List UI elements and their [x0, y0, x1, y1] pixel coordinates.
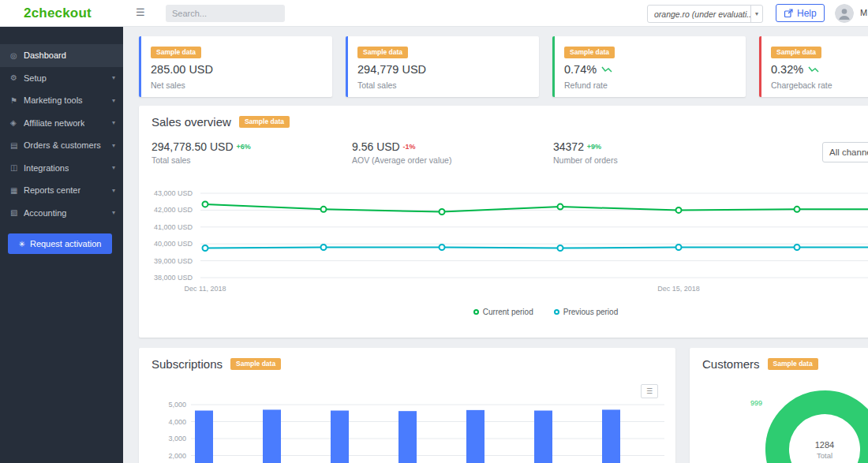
legend-item-previous-period[interactable]: Previous period — [554, 308, 618, 316]
orders-customers-icon: ▤ — [10, 141, 24, 150]
sidebar-item-dashboard[interactable]: ◎Dashboard — [0, 44, 123, 67]
kpi-card-net-sales: Sample data285.00 USDNet sales — [139, 36, 332, 97]
stat-label: Total sales — [152, 155, 251, 165]
svg-text:39,000 USD: 39,000 USD — [154, 257, 193, 265]
stat-label: AOV (Average order value) — [352, 155, 451, 165]
sample-data-badge: Sample data — [771, 47, 821, 58]
help-button-label: Help — [797, 8, 817, 19]
subscriptions-title: Subscriptions — [152, 357, 223, 371]
kpi-label: Chargeback rate — [771, 80, 868, 90]
kpi-label: Total sales — [357, 80, 529, 90]
sales-line-chart: 43,000 USD42,000 USD41,000 USD40,000 USD… — [152, 187, 868, 297]
chevron-down-icon: ▾ — [112, 209, 115, 216]
legend-item-current-period[interactable]: Current period — [473, 308, 533, 316]
chevron-down-icon: ▾ — [112, 187, 115, 194]
sidebar-item-accounting[interactable]: ▧Accounting▾ — [0, 202, 123, 225]
chart-legend: Current periodPrevious period — [139, 308, 868, 316]
customers-title: Customers — [702, 357, 760, 371]
svg-text:2,000: 2,000 — [168, 452, 186, 460]
help-button[interactable]: Help — [776, 4, 825, 22]
subscriptions-header: Subscriptions Sample data — [139, 348, 675, 371]
sales-stat-total-sales: 294,778.50 USD +6%Total sales — [152, 140, 251, 165]
svg-text:4,000: 4,000 — [168, 418, 186, 426]
sidebar-item-label: Accounting — [24, 208, 66, 218]
svg-text:Total: Total — [817, 451, 832, 460]
request-activation-label: Request activation — [30, 239, 102, 248]
integrations-icon: ◫ — [10, 163, 24, 172]
sidebar-item-affiliate-network[interactable]: ◈Affiliate network▾ — [0, 112, 123, 135]
sales-overview-title: Sales overview — [152, 115, 231, 129]
svg-text:38,000 USD: 38,000 USD — [154, 274, 193, 282]
accounting-icon: ▧ — [10, 208, 24, 217]
sample-data-badge: Sample data — [357, 47, 408, 58]
svg-text:41,000 USD: 41,000 USD — [154, 223, 193, 231]
chevron-down-icon: ▾ — [112, 164, 115, 171]
stat-delta: +6% — [236, 143, 250, 151]
kpi-label: Refund rate — [564, 80, 736, 90]
chevron-down-icon: ▾ — [112, 74, 115, 81]
svg-text:1284: 1284 — [815, 440, 834, 450]
reports-center-icon: ▦ — [10, 186, 24, 195]
kpi-value: 0.32% — [771, 63, 868, 76]
avatar[interactable] — [835, 4, 854, 23]
sample-data-badge: Sample data — [239, 116, 290, 128]
legend-marker — [554, 309, 559, 315]
sidebar-item-reports-center[interactable]: ▦Reports center▾ — [0, 179, 123, 202]
trend-icon — [601, 65, 612, 73]
sales-stat-aov-average-order-value: 9.56 USD -1%AOV (Average order value) — [352, 140, 451, 165]
kpi-value: 294,779 USD — [357, 63, 529, 76]
svg-text:Dec 11, 2018: Dec 11, 2018 — [185, 285, 226, 293]
sidebar-item-label: Affiliate network — [24, 118, 84, 128]
account-dropdown[interactable]: orange.ro (under evaluati... ▾ — [647, 5, 763, 23]
sales-overview-header: Sales overview Sample data — [139, 106, 868, 129]
main-content: Sample data285.00 USDNet salesSample dat… — [123, 27, 868, 463]
dashboard-icon: ◎ — [10, 51, 24, 60]
sidebar-item-marketing-tools[interactable]: ⚑Marketing tools▾ — [0, 89, 123, 112]
svg-text:40,000 USD: 40,000 USD — [154, 240, 193, 248]
sales-overview-card: Sales overview Sample data 294,778.50 US… — [139, 106, 868, 338]
svg-text:999: 999 — [750, 399, 762, 407]
stat-value: 34372 +9% — [553, 140, 618, 153]
menu-toggle-icon[interactable]: ☰ — [136, 6, 145, 18]
sample-data-badge: Sample data — [230, 358, 281, 370]
kpi-card-refund-rate: Sample data0.74%Refund rate — [552, 36, 746, 97]
search-input[interactable] — [172, 9, 284, 18]
chevron-down-icon: ▾ — [750, 6, 762, 22]
channel-filter-value: All channels — [829, 147, 868, 157]
sample-data-badge: Sample data — [564, 47, 615, 58]
stat-value: 294,778.50 USD +6% — [152, 140, 251, 153]
legend-label: Current period — [483, 308, 533, 316]
user-icon — [835, 4, 854, 23]
kpi-value: 0.74% — [564, 63, 736, 76]
sidebar-item-orders-customers[interactable]: ▤Orders & customers▾ — [0, 134, 123, 157]
account-dropdown-value: orange.ro (under evaluati... — [654, 9, 750, 19]
request-activation-button[interactable]: ✳ Request activation — [8, 233, 112, 254]
kpi-value: 285.00 USD — [151, 63, 323, 76]
subscriptions-bar-chart: 2,0003,0004,0005,000 — [152, 395, 664, 463]
stat-label: Number of orders — [553, 155, 618, 165]
kpi-card-chargeback-rate: Sample data0.32%Chargeback rate — [759, 36, 868, 97]
affiliate-network-icon: ◈ — [10, 118, 24, 127]
setup-icon: ⚙ — [10, 73, 24, 82]
sidebar: ◎Dashboard⚙Setup▾⚑Marketing tools▾◈Affil… — [0, 27, 123, 463]
search-box — [166, 5, 285, 22]
stat-delta: +9% — [587, 143, 601, 151]
sidebar-item-label: Integrations — [24, 163, 69, 173]
svg-text:3,000: 3,000 — [168, 435, 186, 442]
sidebar-item-integrations[interactable]: ◫Integrations▾ — [0, 157, 123, 180]
sidebar-item-setup[interactable]: ⚙Setup▾ — [0, 67, 123, 90]
sidebar-item-label: Orders & customers — [24, 140, 101, 150]
sidebar-menu: ◎Dashboard⚙Setup▾⚑Marketing tools▾◈Affil… — [0, 27, 123, 224]
channel-filter-dropdown[interactable]: All channels ▾ — [822, 142, 868, 162]
trend-icon — [808, 65, 819, 73]
svg-text:Dec 15, 2018: Dec 15, 2018 — [657, 285, 700, 293]
kpi-label: Net sales — [151, 80, 323, 90]
kpi-card-total-sales: Sample data294,779 USDTotal sales — [346, 36, 539, 97]
topbar: 2checkout ☰ orange.ro (under evaluati...… — [0, 0, 868, 27]
marketing-tools-icon: ⚑ — [10, 96, 24, 105]
app-logo[interactable]: 2checkout — [24, 6, 92, 21]
legend-marker — [473, 309, 479, 315]
stat-delta: -1% — [403, 143, 416, 151]
subscriptions-card: Subscriptions Sample data ☰ 2,0003,0004,… — [139, 348, 675, 463]
sidebar-item-label: Marketing tools — [24, 95, 83, 105]
